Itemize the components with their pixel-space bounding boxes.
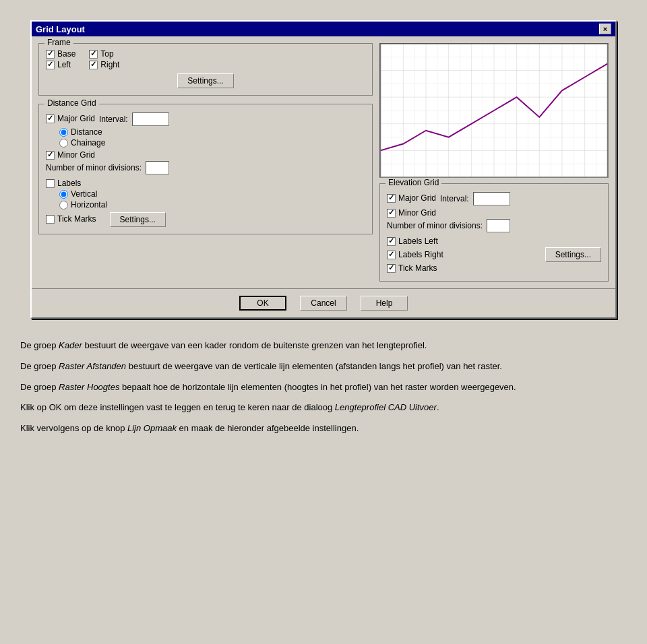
major-grid-row: Major Grid Interval: 50.0	[46, 112, 365, 126]
tick-marks-label: Tick Marks	[57, 214, 96, 224]
frame-col-right: Top Right	[89, 49, 119, 71]
elev-major-grid-label[interactable]: Major Grid	[387, 193, 436, 203]
ok-button[interactable]: OK	[239, 296, 286, 311]
elev-minor-grid-text: Minor Grid	[398, 208, 436, 218]
frame-group: Frame Base Left	[38, 43, 373, 96]
bottom-buttons: OK Cancel Help	[32, 288, 615, 317]
major-grid-checkbox[interactable]	[46, 115, 55, 123]
minor-grid-checkbox-label[interactable]: Minor Grid	[46, 150, 365, 160]
labels-right-checkbox[interactable]	[387, 251, 396, 259]
base-checkbox[interactable]	[46, 50, 55, 59]
left-panel: Frame Base Left	[38, 43, 373, 282]
elevation-settings-button[interactable]: Settings...	[545, 247, 601, 262]
lengteprofiel-italic: Lengteprofiel CAD Uitvoer	[335, 402, 437, 412]
elevation-grid-inner: Major Grid Interval: 10.0 Minor Grid Num…	[387, 192, 601, 273]
raster-hoogtes-italic: Raster Hoogtes	[59, 382, 119, 392]
elev-major-grid-text: Major Grid	[398, 193, 436, 203]
labels-left-checkbox-label[interactable]: Labels Left	[387, 236, 601, 246]
elev-interval-label: Interval:	[440, 194, 469, 203]
labels-right-checkbox-label[interactable]: Labels Right	[387, 250, 443, 259]
labels-right-settings-row: Labels Right Settings...	[387, 247, 601, 262]
paragraph-3: De groep Raster Hoogtes bepaalt hoe de h…	[20, 381, 627, 395]
elevation-grid-group: Elevation Grid Major Grid Interval: 10.0…	[379, 183, 609, 282]
right-checkbox-label[interactable]: Right	[89, 60, 119, 69]
vertical-radio-label[interactable]: Vertical	[59, 189, 365, 199]
labels-right-text: Labels Right	[398, 250, 443, 259]
elev-minor-grid-label[interactable]: Minor Grid	[387, 208, 601, 218]
distance-radio-text: Distance	[71, 127, 102, 137]
top-label: Top	[100, 49, 113, 59]
chainage-radio[interactable]	[59, 139, 68, 148]
elev-minor-divisions-row: Number of minor divisions: 2	[387, 219, 601, 232]
tick-marks-checkbox[interactable]	[46, 215, 55, 224]
elev-minor-grid-checkbox[interactable]	[387, 209, 396, 218]
elev-major-grid-checkbox[interactable]	[387, 194, 396, 203]
horizontal-radio-label[interactable]: Horizontal	[59, 200, 365, 210]
minor-grid-checkbox[interactable]	[46, 151, 55, 160]
horizontal-radio[interactable]	[59, 201, 68, 210]
paragraph-2: De groep Raster Afstanden bestuurt de we…	[20, 360, 627, 374]
chart-svg	[380, 44, 608, 177]
grid-layout-dialog: Grid Layout × Frame Base Left	[30, 20, 617, 319]
elev-tick-marks-checkbox[interactable]	[387, 264, 396, 273]
frame-checkboxes-row: Base Left Top	[46, 49, 365, 71]
close-button[interactable]: ×	[599, 24, 611, 34]
top-checkbox[interactable]	[89, 50, 98, 59]
base-checkbox-label[interactable]: Base	[46, 49, 75, 59]
chainage-radio-label[interactable]: Chainage	[59, 138, 365, 148]
minor-divisions-input[interactable]: 2	[146, 161, 169, 174]
labels-checkbox[interactable]	[46, 179, 55, 188]
elevation-grid-title: Elevation Grid	[386, 178, 441, 187]
paragraph-1: De groep Kader bestuurt de weergave van …	[20, 339, 627, 353]
minor-divisions-label: Number of minor divisions:	[46, 163, 142, 172]
chart-area	[379, 43, 609, 178]
labels-left-checkbox[interactable]	[387, 237, 396, 246]
tick-marks-checkbox-label[interactable]: Tick Marks	[46, 214, 96, 224]
frame-settings-button[interactable]: Settings...	[177, 73, 233, 88]
elev-tick-marks-label[interactable]: Tick Marks	[387, 263, 601, 273]
frame-col-left: Base Left	[46, 49, 75, 71]
lijn-opmaak-italic: Lijn Opmaak	[127, 423, 177, 433]
elev-major-grid-row: Major Grid Interval: 10.0	[387, 192, 601, 205]
labels-label: Labels	[57, 179, 81, 188]
vertical-radio-text: Vertical	[71, 189, 97, 199]
help-button[interactable]: Help	[361, 296, 408, 311]
frame-settings-row: Settings...	[46, 73, 365, 88]
distance-grid-group: Distance Grid Major Grid Interval: 50.0	[38, 104, 373, 234]
kader-italic: Kader	[59, 340, 82, 350]
tick-marks-row: Tick Marks Settings...	[46, 212, 365, 227]
distance-settings-button[interactable]: Settings...	[110, 212, 166, 227]
body-text: De groep Kader bestuurt de weergave van …	[20, 325, 627, 436]
cancel-button[interactable]: Cancel	[300, 296, 347, 311]
base-label: Base	[57, 49, 75, 59]
labels-checkbox-label[interactable]: Labels	[46, 179, 365, 188]
chainage-radio-text: Chainage	[71, 138, 105, 148]
raster-afstanden-italic: Raster Afstanden	[59, 361, 126, 371]
distance-radio-label[interactable]: Distance	[59, 127, 365, 137]
distance-radios: Distance Chainage	[59, 127, 365, 148]
right-label: Right	[100, 60, 119, 69]
left-checkbox[interactable]	[46, 61, 55, 69]
major-grid-label: Major Grid	[57, 114, 95, 123]
right-panel: Elevation Grid Major Grid Interval: 10.0…	[379, 43, 609, 282]
minor-divisions-row: Number of minor divisions: 2	[46, 161, 365, 174]
elev-tick-marks-text: Tick Marks	[398, 263, 437, 273]
vertical-radio[interactable]	[59, 190, 68, 199]
top-checkbox-label[interactable]: Top	[89, 49, 119, 59]
major-grid-checkbox-label[interactable]: Major Grid	[46, 114, 95, 123]
elev-minor-divisions-input[interactable]: 2	[487, 219, 510, 232]
title-bar: Grid Layout ×	[32, 22, 615, 36]
right-checkbox[interactable]	[89, 61, 98, 69]
dialog-content: Frame Base Left	[32, 36, 615, 288]
left-checkbox-label[interactable]: Left	[46, 60, 75, 69]
labels-radios: Vertical Horizontal	[59, 189, 365, 210]
interval-input[interactable]: 50.0	[132, 112, 169, 126]
frame-group-title: Frame	[44, 38, 73, 47]
labels-left-text: Labels Left	[398, 236, 438, 246]
left-label: Left	[57, 60, 71, 69]
dialog-title: Grid Layout	[36, 24, 85, 34]
paragraph-4: Klik op OK om deze instellingen vast te …	[20, 401, 627, 415]
distance-radio[interactable]	[59, 128, 68, 137]
interval-label: Interval:	[99, 115, 128, 124]
elev-interval-input[interactable]: 10.0	[473, 192, 510, 205]
